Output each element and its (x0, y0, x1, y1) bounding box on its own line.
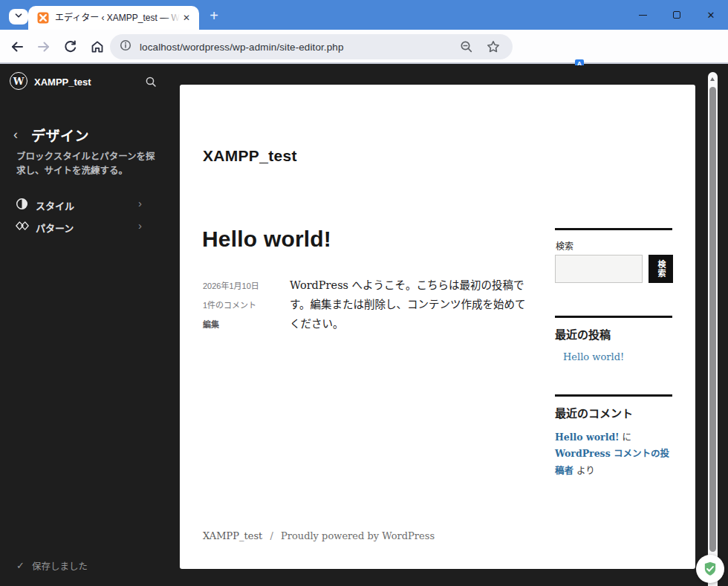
sidebar-search-icon[interactable] (145, 76, 157, 88)
save-status-label: 保存しました (32, 559, 88, 573)
browser-window: エディター ‹ XAMPP_test — WordP ✕ + ✕ localho (0, 0, 728, 586)
check-icon: ✓ (16, 560, 25, 571)
sidebar-item-label: スタイル (36, 198, 74, 212)
recent-post-link[interactable]: Hello world! (563, 351, 624, 362)
styles-icon (16, 198, 28, 210)
site-title[interactable]: XAMPP_test (203, 147, 297, 165)
url-text[interactable]: localhost/wordpress/wp-admin/site-editor… (140, 42, 344, 53)
recent-posts-heading: 最近の投稿 (555, 326, 611, 342)
back-arrow-icon (10, 39, 25, 54)
comment-post-link[interactable]: Hello world! (555, 432, 620, 443)
search-input[interactable] (555, 255, 643, 283)
xampp-favicon-icon (37, 12, 49, 24)
comment-text: より (573, 465, 595, 476)
close-icon: ✕ (707, 10, 715, 20)
window-controls: ✕ (625, 0, 728, 30)
search-widget-label: 検索 (556, 239, 573, 252)
recent-comments-heading: 最近のコメント (555, 405, 633, 420)
sidebar-item-patterns[interactable]: パターン › (0, 215, 169, 238)
back-button[interactable] (7, 37, 27, 56)
post-comments-link[interactable]: 1件のコメント (203, 299, 292, 310)
design-description: ブロックスタイルとパターンを探求し、サイトを洗練する。 (16, 150, 159, 178)
home-button[interactable] (88, 37, 107, 56)
patterns-icon (16, 220, 28, 232)
close-button[interactable]: ✕ (694, 0, 728, 30)
tab-strip: エディター ‹ XAMPP_test — WordP ✕ + ✕ (0, 0, 728, 30)
minimize-button[interactable] (625, 0, 660, 30)
widget-divider (555, 316, 672, 318)
site-preview-canvas[interactable]: XAMPP_test Hello world! 2026年1月10日 1件のコメ… (180, 85, 695, 569)
site-info-icon[interactable] (119, 39, 132, 55)
sidebar-site-name[interactable]: XAMPP_test (34, 76, 91, 88)
post-content: WordPress へようこそ。こちらは最初の投稿です。編集または削除し、コンテ… (290, 276, 527, 333)
zoom-out-icon[interactable] (459, 39, 474, 54)
chevron-left-icon: ‹ (13, 127, 31, 143)
footer-site-link[interactable]: XAMPP_test (203, 530, 262, 541)
address-bar[interactable]: localhost/wordpress/wp-admin/site-editor… (110, 34, 513, 59)
sidebar-item-styles[interactable]: スタイル › (0, 193, 169, 215)
minimize-icon (639, 15, 647, 16)
home-icon (90, 39, 105, 54)
reload-button[interactable] (61, 37, 80, 56)
comment-author-link[interactable]: WordPress コメントの投稿者 (555, 448, 669, 475)
tab-title: エディター ‹ XAMPP_test — WordP (55, 12, 180, 24)
maximize-icon (673, 11, 680, 19)
post-date[interactable]: 2026年1月10日 (203, 279, 292, 291)
widget-divider (555, 394, 672, 397)
forward-button[interactable] (34, 37, 53, 56)
chevron-down-icon (13, 10, 24, 24)
design-nav-title: デザイン (31, 125, 89, 145)
post-title[interactable]: Hello world! (202, 227, 331, 252)
chevron-right-icon: › (138, 197, 142, 209)
canvas-scrollbar[interactable] (708, 72, 718, 586)
post-meta: 2026年1月10日 1件のコメント 編集 (203, 279, 292, 337)
bookmark-star-icon[interactable] (486, 39, 501, 54)
new-tab-button[interactable]: + (205, 7, 223, 25)
browser-tab[interactable]: エディター ‹ XAMPP_test — WordP ✕ (28, 6, 199, 30)
site-editor: W XAMPP_test ‹ デザイン ブロックスタイルとパターンを探求し、サイ… (0, 65, 728, 586)
search-submit-button[interactable]: 検索 (649, 255, 673, 283)
sidebar-item-label: パターン (36, 221, 74, 235)
comment-text: に (620, 432, 631, 443)
widget-divider (555, 228, 672, 230)
site-footer: XAMPP_test / Proudly powered by WordPres… (203, 530, 435, 541)
reload-icon (63, 39, 78, 54)
wordpress-logo[interactable]: W (10, 72, 27, 90)
design-back-nav[interactable]: ‹ デザイン (13, 125, 89, 145)
post-edit-link[interactable]: 編集 (203, 318, 292, 330)
chevron-right-icon: › (138, 219, 142, 232)
recent-comment-entry: Hello world! に WordPress コメントの投稿者 より (555, 429, 672, 479)
forward-arrow-icon (36, 39, 51, 54)
maximize-button[interactable] (660, 0, 694, 30)
scroll-up-arrow-icon[interactable] (710, 77, 715, 81)
shield-check-icon (702, 561, 718, 577)
browser-toolbar: localhost/wordpress/wp-admin/site-editor… (0, 30, 728, 64)
footer-credit-link[interactable]: Proudly powered by WordPress (281, 530, 435, 541)
tab-close-icon[interactable]: ✕ (180, 11, 193, 25)
footer-separator: / (270, 530, 273, 541)
save-status: ✓ 保存しました (16, 559, 88, 573)
adguard-floating-badge[interactable] (696, 555, 724, 583)
tab-search-button[interactable] (9, 9, 28, 25)
scrollbar-thumb[interactable] (709, 87, 716, 552)
